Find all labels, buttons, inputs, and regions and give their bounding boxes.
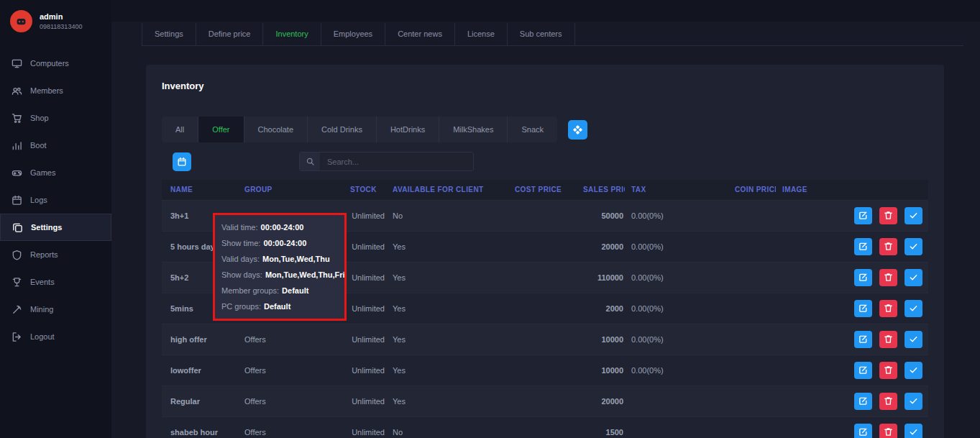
table-row: high offer Offers Unlimited Yes 10000 0.… bbox=[162, 324, 928, 355]
cell-sales-price: 20000 bbox=[583, 385, 625, 416]
confirm-button[interactable] bbox=[905, 393, 922, 410]
edit-button[interactable] bbox=[854, 269, 872, 286]
column-header-coin-price: COIN PRICE bbox=[728, 180, 776, 200]
tab-define-price[interactable]: Define price bbox=[196, 23, 264, 45]
tab-employees[interactable]: Employees bbox=[321, 23, 385, 45]
edit-button[interactable] bbox=[854, 362, 872, 379]
check-icon bbox=[909, 334, 918, 344]
cell-available: Yes bbox=[385, 293, 511, 324]
cell-coin-price bbox=[728, 324, 776, 355]
sidebar-item-reports[interactable]: Reports bbox=[0, 241, 111, 268]
app-window: admin 098118313400 Computers Members bbox=[0, 0, 980, 438]
delete-button[interactable] bbox=[879, 238, 897, 255]
cell-stock: Unlimited bbox=[350, 200, 385, 231]
cell-tax: 0.00(0%) bbox=[625, 231, 728, 262]
delete-button[interactable] bbox=[879, 207, 897, 224]
cell-coin-price bbox=[728, 262, 776, 293]
tooltip-line: Show days:Mon,Tue,Wed,Thu,Fri bbox=[221, 267, 338, 283]
cell-tax: 0.00(0%) bbox=[625, 200, 728, 231]
cell-image bbox=[776, 324, 820, 355]
confirm-button[interactable] bbox=[905, 331, 922, 348]
sidebar-item-label: Boot bbox=[30, 141, 47, 150]
sidebar-item-events[interactable]: Events bbox=[0, 268, 111, 296]
edit-button[interactable] bbox=[854, 393, 872, 410]
nav-tabbar: Settings Define price Inventory Employee… bbox=[142, 23, 963, 46]
cell-coin-price bbox=[728, 231, 776, 262]
user-name: admin bbox=[40, 12, 82, 21]
sidebar-item-computers[interactable]: Computers bbox=[0, 50, 111, 77]
cell-sales-price: 1500 bbox=[583, 416, 625, 438]
edit-button[interactable] bbox=[854, 207, 872, 224]
logout-icon bbox=[12, 332, 22, 342]
cell-image bbox=[776, 355, 820, 385]
confirm-button[interactable] bbox=[905, 269, 922, 286]
members-icon bbox=[12, 86, 22, 96]
delete-button[interactable] bbox=[879, 424, 897, 438]
confirm-button[interactable] bbox=[905, 207, 922, 224]
confirm-button[interactable] bbox=[905, 424, 922, 438]
column-header-group: GROUP bbox=[242, 180, 350, 200]
search-icon bbox=[300, 152, 320, 170]
sidebar-item-mining[interactable]: Mining bbox=[0, 296, 111, 323]
cell-stock: Unlimited bbox=[350, 355, 385, 385]
tab-inventory[interactable]: Inventory bbox=[263, 23, 321, 45]
category-tab-chocolate[interactable]: Chocolate bbox=[244, 117, 308, 142]
cell-available: Yes bbox=[385, 262, 511, 293]
search-row bbox=[162, 152, 474, 171]
cell-sales-price: 20000 bbox=[583, 231, 625, 262]
top-bar bbox=[111, 0, 980, 22]
edit-button[interactable] bbox=[854, 300, 872, 317]
category-tab-cold-drinks[interactable]: Cold Drinks bbox=[308, 117, 377, 142]
avatar bbox=[10, 10, 32, 32]
category-tab-milkshakes[interactable]: MilkShakes bbox=[439, 117, 508, 142]
confirm-button[interactable] bbox=[905, 238, 922, 255]
calendar-icon bbox=[177, 157, 187, 167]
edit-button[interactable] bbox=[854, 238, 872, 255]
tab-settings[interactable]: Settings bbox=[142, 23, 196, 45]
delete-button[interactable] bbox=[879, 393, 897, 410]
category-tab-snack[interactable]: Snack bbox=[508, 117, 557, 142]
category-tab-hotdrinks[interactable]: HotDrinks bbox=[377, 117, 439, 142]
cell-available: No bbox=[385, 200, 511, 231]
delete-button[interactable] bbox=[879, 331, 897, 348]
sidebar-item-games[interactable]: Games bbox=[0, 159, 111, 186]
events-icon bbox=[12, 277, 22, 288]
tooltip-line: PC groups:Default bbox=[221, 298, 338, 314]
search-input[interactable] bbox=[320, 152, 473, 170]
category-tab-offer[interactable]: Offer bbox=[198, 117, 244, 142]
sidebar-item-logs[interactable]: Logs bbox=[0, 186, 111, 214]
confirm-button[interactable] bbox=[905, 300, 922, 317]
cell-sales-price: 110000 bbox=[583, 262, 625, 293]
sidebar-item-settings[interactable]: Settings bbox=[0, 214, 111, 241]
delete-button[interactable] bbox=[879, 300, 897, 317]
delete-button[interactable] bbox=[879, 269, 897, 286]
tab-sub-centers[interactable]: Sub centers bbox=[508, 23, 575, 45]
cell-coin-price bbox=[728, 200, 776, 231]
check-icon bbox=[909, 304, 918, 313]
sidebar-item-members[interactable]: Members bbox=[0, 77, 111, 104]
edit-button[interactable] bbox=[854, 424, 872, 438]
category-tab-all[interactable]: All bbox=[162, 117, 198, 142]
user-profile[interactable]: admin 098118313400 bbox=[0, 0, 111, 40]
sidebar-item-label: Members bbox=[30, 86, 63, 95]
cell-name: high offer bbox=[162, 324, 242, 355]
edit-button[interactable] bbox=[854, 331, 872, 348]
sidebar-item-boot[interactable]: Boot bbox=[0, 132, 111, 159]
column-header-actions bbox=[820, 180, 928, 200]
manage-categories-button[interactable] bbox=[568, 120, 587, 140]
cell-tax: 0.00(0%) bbox=[625, 262, 728, 293]
cell-tax: 0.00(0%) bbox=[625, 355, 728, 385]
mining-icon bbox=[12, 304, 22, 315]
boot-icon bbox=[12, 140, 22, 151]
sidebar-item-shop[interactable]: Shop bbox=[0, 104, 111, 132]
cell-image bbox=[776, 293, 820, 324]
sidebar-menu: Computers Members Shop Boot bbox=[0, 50, 111, 350]
confirm-button[interactable] bbox=[905, 362, 922, 379]
sidebar-item-logout[interactable]: Logout bbox=[0, 323, 111, 350]
calendar-button[interactable] bbox=[173, 152, 191, 171]
check-icon bbox=[909, 273, 918, 282]
delete-button[interactable] bbox=[879, 362, 897, 379]
group-details-tooltip: Valid time:00:00-24:00 Show time:00:00-2… bbox=[213, 213, 347, 321]
tab-license[interactable]: License bbox=[455, 23, 508, 45]
tab-center-news[interactable]: Center news bbox=[385, 23, 455, 45]
